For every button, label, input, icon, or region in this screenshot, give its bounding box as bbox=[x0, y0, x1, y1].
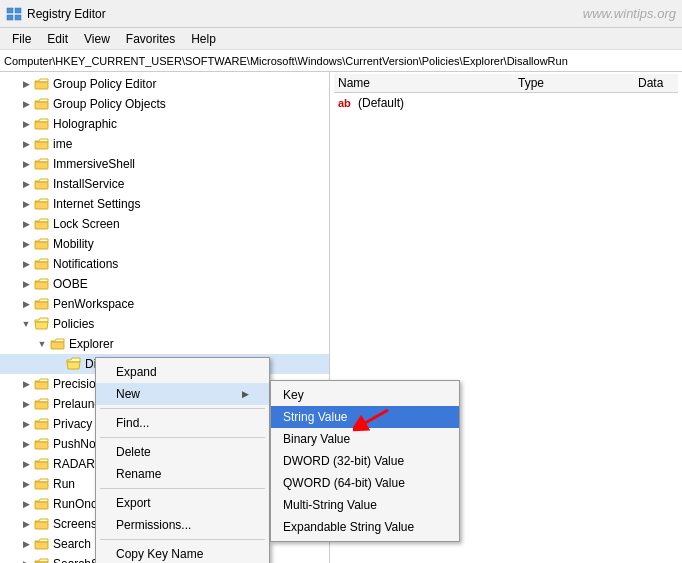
folder-icon bbox=[50, 336, 66, 352]
tree-item[interactable]: ▶ ime bbox=[0, 134, 329, 154]
tree-item-label: ImmersiveShell bbox=[53, 157, 135, 171]
tree-item-label: OOBE bbox=[53, 277, 88, 291]
address-path: Computer\HKEY_CURRENT_USER\SOFTWARE\Micr… bbox=[4, 55, 568, 67]
folder-icon bbox=[34, 516, 50, 532]
submenu-item[interactable]: String Value bbox=[271, 406, 459, 428]
tree-item[interactable]: ▶ Lock Screen bbox=[0, 214, 329, 234]
tree-item[interactable]: ▶ Group Policy Editor bbox=[0, 74, 329, 94]
col-header-data: Data bbox=[638, 76, 674, 90]
menu-view[interactable]: View bbox=[76, 30, 118, 48]
context-menu-item[interactable]: Copy Key Name bbox=[96, 543, 269, 563]
context-menu: ExpandNew▶Find...DeleteRenameExportPermi… bbox=[95, 357, 270, 563]
folder-icon bbox=[34, 116, 50, 132]
expand-arrow: ▶ bbox=[20, 398, 32, 410]
context-menu-item[interactable]: Find... bbox=[96, 412, 269, 434]
tree-item-label: RADAR bbox=[53, 457, 95, 471]
svg-rect-0 bbox=[7, 8, 13, 13]
expand-arrow: ▶ bbox=[20, 78, 32, 90]
folder-icon bbox=[34, 396, 50, 412]
tree-item[interactable]: ▼ Explorer bbox=[0, 334, 329, 354]
svg-rect-20 bbox=[35, 442, 48, 449]
expand-arrow: ▶ bbox=[20, 278, 32, 290]
tree-item-label: Privacy bbox=[53, 417, 92, 431]
tree-item[interactable]: ▶ PenWorkspace bbox=[0, 294, 329, 314]
expand-arrow: ▶ bbox=[20, 118, 32, 130]
context-menu-item[interactable]: Delete bbox=[96, 441, 269, 463]
svg-rect-21 bbox=[35, 462, 48, 469]
folder-icon bbox=[34, 256, 50, 272]
folder-icon bbox=[34, 456, 50, 472]
menubar: File Edit View Favorites Help bbox=[0, 28, 682, 50]
expand-arrow bbox=[52, 358, 64, 370]
svg-rect-12 bbox=[35, 242, 48, 249]
expand-arrow: ▶ bbox=[20, 298, 32, 310]
submenu-item[interactable]: DWORD (32-bit) Value bbox=[271, 450, 459, 472]
tree-item-label: Mobility bbox=[53, 237, 94, 251]
folder-icon bbox=[34, 536, 50, 552]
expand-arrow: ▶ bbox=[20, 518, 32, 530]
tree-item[interactable]: ▶ Holographic bbox=[0, 114, 329, 134]
folder-icon bbox=[34, 196, 50, 212]
tree-item-label: Group Policy Objects bbox=[53, 97, 166, 111]
submenu-item[interactable]: Binary Value bbox=[271, 428, 459, 450]
tree-item[interactable]: ▶ Internet Settings bbox=[0, 194, 329, 214]
submenu: KeyString ValueBinary ValueDWORD (32-bit… bbox=[270, 380, 460, 542]
collapse-arrow: ▼ bbox=[36, 338, 48, 350]
tree-item-label: Policies bbox=[53, 317, 94, 331]
tree-item-label: PenWorkspace bbox=[53, 297, 134, 311]
svg-rect-10 bbox=[35, 202, 48, 209]
menu-help[interactable]: Help bbox=[183, 30, 224, 48]
svg-rect-5 bbox=[35, 102, 48, 109]
col-header-name: Name bbox=[338, 76, 518, 90]
submenu-item[interactable]: Key bbox=[271, 384, 459, 406]
context-menu-item-label: Rename bbox=[116, 467, 161, 481]
svg-rect-19 bbox=[35, 422, 48, 429]
context-menu-item[interactable]: Export bbox=[96, 492, 269, 514]
menu-edit[interactable]: Edit bbox=[39, 30, 76, 48]
menu-file[interactable]: File bbox=[4, 30, 39, 48]
expand-arrow: ▶ bbox=[20, 558, 32, 563]
tree-item[interactable]: ▶ InstallService bbox=[0, 174, 329, 194]
expand-arrow: ▶ bbox=[20, 178, 32, 190]
context-menu-item-label: Find... bbox=[116, 416, 149, 430]
folder-icon bbox=[34, 436, 50, 452]
context-menu-item-label: Permissions... bbox=[116, 518, 191, 532]
main-content: ▶ Group Policy Editor▶ Group Policy Obje… bbox=[0, 72, 682, 563]
submenu-item[interactable]: Multi-String Value bbox=[271, 494, 459, 516]
folder-icon bbox=[66, 356, 82, 372]
tree-item[interactable]: ▶ ImmersiveShell bbox=[0, 154, 329, 174]
submenu-item[interactable]: Expandable String Value bbox=[271, 516, 459, 538]
expand-arrow: ▶ bbox=[20, 138, 32, 150]
tree-item-label: Explorer bbox=[69, 337, 114, 351]
context-menu-item[interactable]: Rename bbox=[96, 463, 269, 485]
folder-icon bbox=[34, 156, 50, 172]
expand-arrow: ▶ bbox=[20, 478, 32, 490]
context-menu-item[interactable]: New▶ bbox=[96, 383, 269, 405]
tree-item[interactable]: ▶ Notifications bbox=[0, 254, 329, 274]
tree-item[interactable]: ▶ Group Policy Objects bbox=[0, 94, 329, 114]
submenu-item[interactable]: QWORD (64-bit) Value bbox=[271, 472, 459, 494]
svg-rect-7 bbox=[35, 142, 48, 149]
context-menu-item[interactable]: Expand bbox=[96, 361, 269, 383]
context-menu-separator bbox=[100, 488, 265, 489]
expand-arrow: ▶ bbox=[20, 458, 32, 470]
expand-arrow: ▶ bbox=[20, 158, 32, 170]
context-menu-item[interactable]: Permissions... bbox=[96, 514, 269, 536]
tree-item-label: Internet Settings bbox=[53, 197, 140, 211]
expand-arrow: ▶ bbox=[20, 98, 32, 110]
context-menu-item-label: Expand bbox=[116, 365, 157, 379]
context-menu-item-label: New bbox=[116, 387, 140, 401]
folder-icon bbox=[34, 136, 50, 152]
tree-item[interactable]: ▶ OOBE bbox=[0, 274, 329, 294]
column-headers: Name Type Data bbox=[334, 74, 678, 93]
tree-item-label: Notifications bbox=[53, 257, 118, 271]
tree-item[interactable]: ▶ Mobility bbox=[0, 234, 329, 254]
svg-rect-15 bbox=[35, 302, 48, 309]
menu-favorites[interactable]: Favorites bbox=[118, 30, 183, 48]
svg-rect-1 bbox=[15, 8, 21, 13]
tree-item[interactable]: ▼ Policies bbox=[0, 314, 329, 334]
registry-entry[interactable]: ab (Default) bbox=[334, 93, 678, 113]
folder-icon bbox=[34, 476, 50, 492]
folder-icon bbox=[34, 276, 50, 292]
svg-rect-2 bbox=[7, 15, 13, 20]
